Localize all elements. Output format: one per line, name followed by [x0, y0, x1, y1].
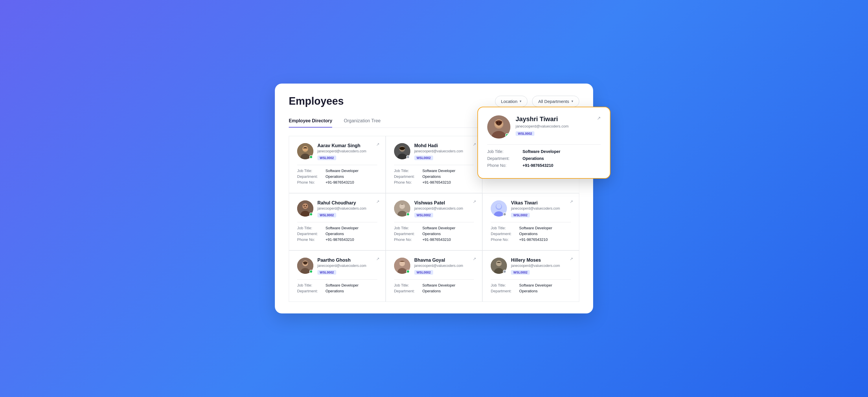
job-title-label: Job Title: [491, 226, 517, 230]
employee-email: janecooperd@valuecoders.com [511, 206, 571, 210]
avatar-wrap [394, 143, 410, 159]
avatar-wrap [491, 258, 507, 274]
popup-job-title-label: Job Title: [487, 149, 519, 154]
employee-name: Vikas Tiwari [511, 200, 571, 206]
detail-department: Department: Operations [297, 289, 377, 293]
employee-card-aarav[interactable]: ↗ Aarav Kumar Singh [289, 136, 386, 193]
employee-badge: WSL0002 [511, 270, 530, 275]
employee-info: Hillery Moses janecooperd@valuecoders.co… [511, 258, 571, 275]
employee-email: janecooperd@valuecoders.com [511, 264, 571, 268]
external-link-icon[interactable]: ↗ [376, 142, 380, 146]
svg-point-12 [304, 205, 305, 206]
external-link-icon[interactable]: ↗ [376, 257, 380, 261]
status-dot-offline [406, 155, 410, 159]
employee-name: Hillery Moses [511, 258, 571, 263]
location-filter-label: Location [501, 99, 518, 104]
employee-card-hillery[interactable]: ↗ Hillery Moses [482, 251, 579, 302]
employee-name: Vishwas Patel [414, 200, 474, 206]
departments-filter-button[interactable]: All Departments ▾ [532, 96, 579, 107]
popup-employee-name: Jayshri Tiwari [516, 115, 568, 123]
detail-job-title: Job Title: Software Developer [297, 169, 377, 173]
detail-department: Department: Operations [297, 174, 377, 179]
job-title-label: Job Title: [297, 283, 323, 288]
phone-label: Phone No: [394, 237, 420, 242]
employee-card-vikas[interactable]: ↗ Vikas Tiwari [482, 193, 579, 251]
main-card: Employees Location ▾ All Departments ▾ E… [275, 84, 593, 313]
external-link-icon[interactable]: ↗ [473, 142, 476, 146]
status-dot-online [309, 270, 313, 273]
job-title-value: Software Developer [423, 283, 456, 288]
phone-value: +91-9876543210 [326, 180, 354, 185]
job-title-value: Software Developer [519, 283, 552, 288]
employee-card-header: Mohd Hadi janecooperd@valuecoders.com WS… [394, 143, 474, 160]
job-title-label: Job Title: [394, 169, 420, 173]
employee-badge: WSL0002 [317, 213, 336, 218]
job-title-label: Job Title: [394, 283, 420, 288]
employee-info: Mohd Hadi janecooperd@valuecoders.com WS… [414, 143, 474, 160]
svg-point-11 [303, 204, 308, 209]
svg-point-40 [499, 122, 501, 124]
department-label: Department: [297, 232, 323, 236]
department-value: Operations [423, 174, 441, 179]
detail-job-title: Job Title: Software Developer [394, 283, 474, 288]
employee-email: janecooperd@valuecoders.com [317, 264, 377, 268]
status-dot-online [309, 212, 313, 216]
phone-label: Phone No: [394, 180, 420, 185]
employee-email: janecooperd@valuecoders.com [317, 206, 377, 210]
card-divider [297, 165, 377, 165]
employee-card-bhavna[interactable]: ↗ Bhavna Goyal [386, 251, 483, 302]
external-link-icon[interactable]: ↗ [570, 199, 573, 204]
employee-card-vishwas[interactable]: ↗ Vishwas Patel [386, 193, 483, 251]
employee-card-header: Vikas Tiwari janecooperd@valuecoders.com… [491, 200, 571, 218]
card-divider [394, 165, 474, 165]
popup-employee-info: Jayshri Tiwari janecooperd@valuecoders.c… [516, 115, 568, 136]
employee-card-header: Bhavna Goyal janecooperd@valuecoders.com… [394, 258, 474, 275]
popup-employee-email: janecooperd@valuecoders.com [516, 124, 568, 128]
job-title-label: Job Title: [491, 283, 517, 288]
popup-department-label: Department: [487, 156, 519, 161]
employee-card-mohd[interactable]: ↗ Mohd Hadi [386, 136, 483, 193]
department-label: Department: [491, 232, 517, 236]
external-link-icon[interactable]: ↗ [376, 199, 380, 204]
detail-job-title: Job Title: Software Developer [297, 226, 377, 230]
phone-value: +91-9876543210 [326, 237, 354, 242]
employee-card-rahul[interactable]: ↗ [289, 193, 386, 251]
tab-employee-directory[interactable]: Employee Directory [289, 115, 332, 128]
employee-popup-card: Jayshri Tiwari janecooperd@valuecoders.c… [477, 107, 611, 179]
detail-job-title: Job Title: Software Developer [394, 169, 474, 173]
department-value: Operations [326, 289, 344, 293]
job-title-label: Job Title: [394, 226, 420, 230]
department-value: Operations [519, 232, 537, 236]
employee-info: Vikas Tiwari janecooperd@valuecoders.com… [511, 200, 571, 218]
external-link-icon[interactable]: ↗ [570, 257, 573, 261]
employee-card-header: Vishwas Patel janecooperd@valuecoders.co… [394, 200, 474, 218]
detail-job-title: Job Title: Software Developer [491, 226, 571, 230]
phone-value: +91-9876543210 [519, 237, 548, 242]
popup-employee-badge: WSL0002 [516, 131, 534, 136]
detail-department: Department: Operations [491, 232, 571, 236]
popup-avatar [487, 115, 510, 138]
phone-label: Phone No: [491, 237, 517, 242]
chevron-down-icon: ▾ [571, 99, 573, 103]
popup-external-link-icon[interactable]: ↗ [597, 115, 601, 121]
departments-filter-label: All Departments [538, 99, 569, 104]
location-filter-button[interactable]: Location ▾ [495, 96, 528, 107]
status-dot-online [406, 270, 410, 273]
status-dot-online [309, 155, 313, 159]
job-title-value: Software Developer [519, 226, 552, 230]
detail-phone: Phone No: +91-9876543210 [491, 237, 571, 242]
employee-card-paartho[interactable]: ↗ Paartho Ghosh [289, 251, 386, 302]
detail-job-title: Job Title: Software Developer [297, 283, 377, 288]
popup-phone-value: +91-9876543210 [523, 163, 553, 168]
external-link-icon[interactable]: ↗ [473, 257, 476, 261]
employee-badge: WSL0002 [414, 213, 433, 218]
avatar-wrap [297, 143, 313, 159]
employee-name: Paartho Ghosh [317, 258, 377, 263]
employee-badge: WSL0002 [414, 270, 433, 275]
tab-organization-tree[interactable]: Organization Tree [344, 115, 380, 128]
chevron-down-icon: ▾ [520, 99, 521, 103]
employee-badge: WSL0002 [414, 156, 433, 160]
external-link-icon[interactable]: ↗ [473, 199, 476, 204]
detail-department: Department: Operations [394, 232, 474, 236]
avatar-wrap [491, 200, 507, 217]
